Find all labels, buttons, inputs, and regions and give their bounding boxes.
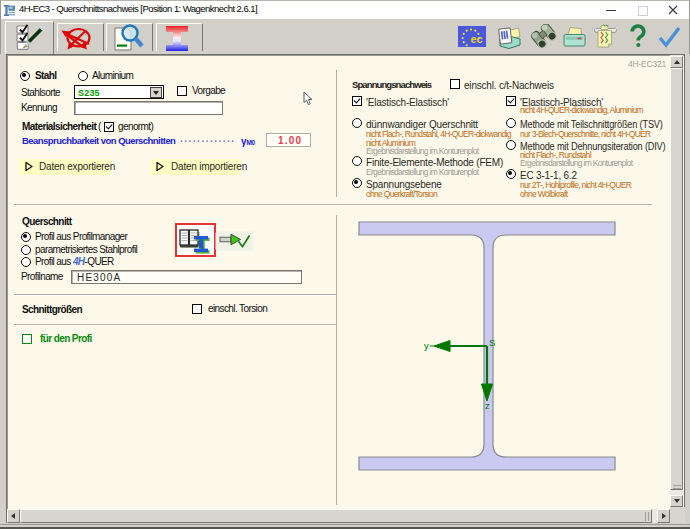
svg-text:S: S bbox=[489, 337, 495, 348]
svg-text:y: y bbox=[424, 340, 429, 351]
svg-text:ec: ec bbox=[471, 33, 483, 45]
svg-text:z: z bbox=[485, 400, 490, 411]
